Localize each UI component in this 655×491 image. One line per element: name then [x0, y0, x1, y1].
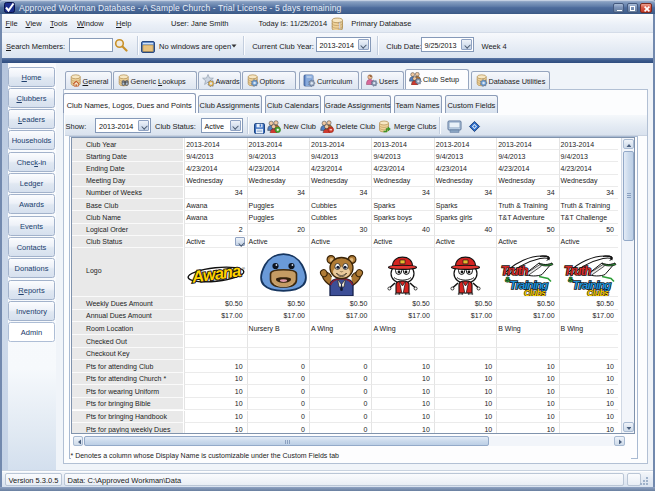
svg-text:1: 1	[337, 20, 342, 30]
svg-text:Awana: Awana	[190, 261, 242, 286]
svg-text:Clubs: Clubs	[524, 288, 546, 297]
svg-text:Clubs: Clubs	[587, 288, 609, 297]
svg-text:®: ®	[242, 266, 245, 271]
